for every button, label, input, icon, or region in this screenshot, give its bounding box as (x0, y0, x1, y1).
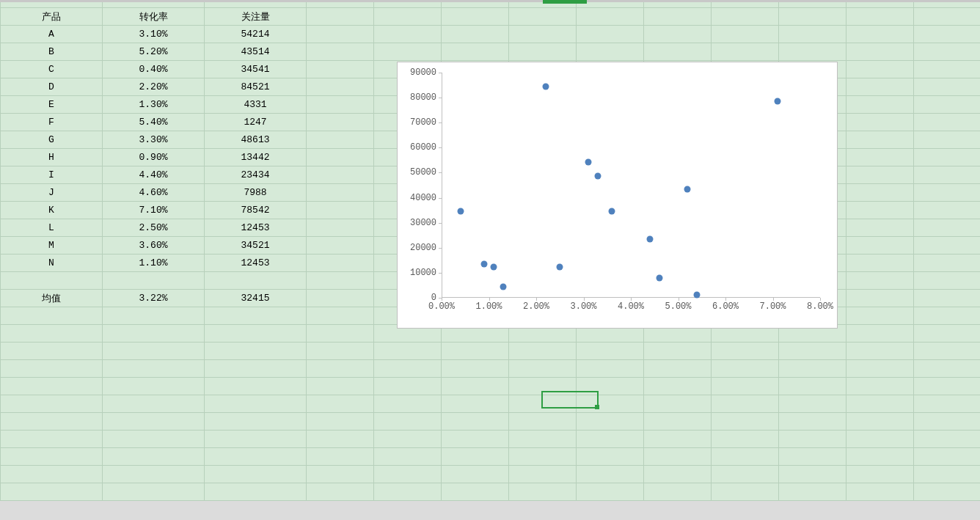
cell-rate[interactable]: 3.10% (103, 26, 205, 43)
x-tick-mark (725, 298, 726, 301)
cell-attention[interactable]: 48613 (205, 131, 307, 149)
summary-attention[interactable]: 32415 (205, 290, 307, 307)
summary-rate[interactable]: 3.22% (103, 290, 205, 307)
data-point[interactable] (656, 274, 662, 281)
data-point[interactable] (646, 236, 653, 243)
cell-attention[interactable]: 1247 (205, 114, 307, 131)
x-tick-mark (679, 298, 679, 301)
col-header-product[interactable]: 产品 (1, 8, 103, 26)
cell-product[interactable]: K (1, 202, 103, 219)
y-tick-label: 70000 (404, 117, 436, 128)
ribbon-accent (543, 0, 587, 4)
data-point[interactable] (481, 261, 488, 268)
cell-attention[interactable]: 54214 (205, 26, 307, 43)
cell-attention[interactable]: 34541 (205, 61, 307, 78)
cell-rate[interactable]: 0.40% (103, 61, 205, 78)
x-tick-label: 4.00% (612, 301, 649, 312)
y-axis-line (442, 73, 442, 298)
cell-product[interactable]: H (1, 149, 103, 166)
cell-product[interactable]: N (1, 254, 103, 272)
cell-rate[interactable]: 1.10% (103, 254, 205, 272)
cell-attention[interactable]: 78542 (205, 202, 307, 219)
data-point[interactable] (594, 173, 601, 180)
cell-product[interactable]: E (1, 96, 103, 114)
cell-attention[interactable]: 84521 (205, 78, 307, 96)
x-tick-mark (442, 298, 442, 301)
y-tick-label: 40000 (404, 193, 436, 203)
data-point[interactable] (457, 208, 464, 215)
x-tick-label: 1.00% (471, 301, 508, 312)
cell-rate[interactable]: 2.50% (103, 219, 205, 237)
x-tick-mark (773, 298, 774, 301)
y-tick-mark (439, 198, 442, 199)
cell-attention[interactable]: 34521 (205, 237, 307, 254)
x-tick-label: 3.00% (566, 301, 602, 312)
y-tick-label: 90000 (404, 67, 436, 78)
y-tick-mark (439, 273, 442, 274)
cell-product[interactable]: D (1, 78, 103, 96)
cell-attention[interactable]: 13442 (205, 149, 307, 166)
cell-rate[interactable]: 3.30% (103, 131, 205, 149)
cell-rate[interactable]: 0.90% (103, 149, 205, 166)
cell-attention[interactable]: 12453 (205, 219, 307, 237)
data-point[interactable] (490, 263, 497, 270)
y-tick-mark (439, 147, 442, 148)
data-point[interactable] (694, 291, 701, 298)
cell-rate[interactable]: 4.40% (103, 166, 205, 184)
y-tick-mark (439, 223, 442, 224)
data-point[interactable] (500, 284, 506, 290)
cell-product[interactable]: I (1, 166, 103, 184)
col-header-attention[interactable]: 关注量 (205, 8, 307, 26)
x-tick-label: 7.00% (755, 301, 791, 312)
cell-rate[interactable]: 7.10% (103, 202, 205, 219)
cell-product[interactable]: B (1, 43, 103, 61)
col-header-rate[interactable]: 转化率 (103, 8, 205, 26)
x-tick-label: 5.00% (660, 301, 697, 312)
cell-product[interactable]: C (1, 61, 103, 78)
x-tick-label: 2.00% (518, 301, 555, 312)
data-point[interactable] (585, 159, 591, 166)
y-tick-mark (439, 248, 442, 249)
table-row: A3.10%54214 (1, 26, 981, 43)
data-point[interactable] (774, 98, 780, 105)
cell-product[interactable]: F (1, 114, 103, 131)
cell-product[interactable]: G (1, 131, 103, 149)
cell-attention[interactable]: 7988 (205, 184, 307, 202)
cell-rate[interactable]: 4.60% (103, 184, 205, 202)
cell-product[interactable]: M (1, 237, 103, 254)
cell-rate[interactable]: 1.30% (103, 96, 205, 114)
cell-attention[interactable]: 23434 (205, 166, 307, 184)
x-tick-label: 8.00% (802, 301, 838, 312)
x-tick-mark (489, 298, 490, 301)
x-tick-mark (584, 298, 585, 301)
y-tick-mark (439, 98, 442, 98)
cell-attention[interactable]: 43514 (205, 43, 307, 61)
plot-area (442, 73, 820, 298)
y-tick-mark (439, 172, 442, 173)
x-tick-mark (631, 298, 632, 301)
table-row: B5.20%43514 (1, 43, 981, 61)
cell-rate[interactable]: 5.20% (103, 43, 205, 61)
x-tick-label: 0.00% (423, 301, 460, 312)
data-point[interactable] (542, 83, 549, 89)
cell-product[interactable]: L (1, 219, 103, 237)
spreadsheet-area[interactable]: 产品转化率关注量A3.10%54214B5.20%43514C0.40%3454… (0, 0, 980, 520)
y-tick-label: 20000 (404, 243, 436, 253)
cell-product[interactable]: J (1, 184, 103, 202)
cell-rate[interactable]: 5.40% (103, 114, 205, 131)
cell-rate[interactable]: 3.60% (103, 237, 205, 254)
cell-attention[interactable]: 12453 (205, 254, 307, 272)
scatter-chart[interactable]: 0100002000030000400005000060000700008000… (397, 62, 838, 329)
data-point[interactable] (609, 208, 615, 215)
y-tick-label: 30000 (404, 218, 436, 228)
y-tick-label: 50000 (404, 167, 436, 177)
cell-attention[interactable]: 4331 (205, 96, 307, 114)
data-point[interactable] (684, 186, 691, 192)
y-tick-mark (439, 122, 442, 123)
x-tick-mark (820, 298, 821, 301)
cell-rate[interactable]: 2.20% (103, 78, 205, 96)
data-point[interactable] (557, 263, 563, 270)
cell-product[interactable]: A (1, 26, 103, 43)
summary-label[interactable]: 均值 (1, 290, 103, 307)
y-tick-label: 10000 (404, 268, 436, 278)
